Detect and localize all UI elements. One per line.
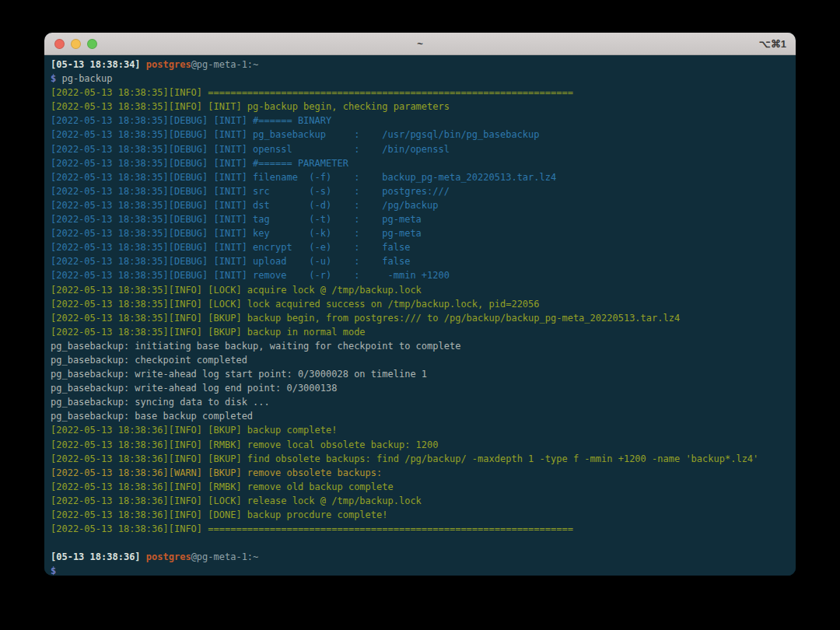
terminal-text-segment: $: [51, 565, 56, 576]
terminal-text-segment: [2022-05-13 18:38:35][INFO] [BKUP] backu…: [51, 313, 680, 324]
terminal-text-segment: [2022-05-13 18:38:36][INFO] [LOCK] relea…: [51, 495, 422, 506]
terminal-line: [2022-05-13 18:38:35][DEBUG] [INIT] dst …: [51, 198, 789, 212]
terminal-text-segment: [2022-05-13 18:38:35][DEBUG] [INIT] remo…: [51, 270, 450, 281]
terminal-line: [2022-05-13 18:38:35][DEBUG] [INIT] pg_b…: [51, 128, 789, 142]
terminal-line: [2022-05-13 18:38:35][DEBUG] [INIT] #===…: [51, 156, 789, 170]
terminal-line: [2022-05-13 18:38:35][DEBUG] [INIT] file…: [51, 170, 789, 184]
window-shortcut-badge: ⌥⌘1: [759, 38, 786, 50]
terminal-line: pg_basebackup: write-ahead log start poi…: [51, 367, 789, 381]
terminal-line: [2022-05-13 18:38:35][DEBUG] [INIT] remo…: [51, 268, 789, 282]
terminal-text-segment: [2022-05-13 18:38:35][INFO] [BKUP] backu…: [51, 327, 366, 338]
terminal-line: [05-13 18:38:36] postgres@pg-meta-1:~: [51, 550, 789, 564]
terminal-line: [2022-05-13 18:38:36][INFO] [RMBK] remov…: [51, 438, 789, 452]
terminal-line: [2022-05-13 18:38:35][INFO] [INIT] pg-ba…: [51, 100, 789, 114]
terminal-text-segment: [2022-05-13 18:38:36][WARN] [BKUP] remov…: [51, 467, 382, 478]
terminal-line: [2022-05-13 18:38:36][INFO] ============…: [51, 522, 789, 536]
terminal-line: [2022-05-13 18:38:35][INFO] ============…: [51, 86, 789, 100]
window-titlebar[interactable]: ~ ⌥⌘1: [44, 33, 796, 55]
terminal-text-segment: [2022-05-13 18:38:35][INFO] ============…: [51, 87, 573, 98]
terminal-text-segment: [2022-05-13 18:38:35][DEBUG] [INIT] uplo…: [51, 256, 410, 267]
terminal-line: pg_basebackup: base backup completed: [51, 409, 789, 423]
terminal-line: [2022-05-13 18:38:36][WARN] [BKUP] remov…: [51, 466, 789, 480]
terminal-text-segment: [2022-05-13 18:38:36][INFO] ============…: [51, 523, 573, 534]
terminal-text-segment: [05-13 18:38:36]: [51, 551, 146, 562]
terminal-line: [2022-05-13 18:38:35][INFO] [BKUP] backu…: [51, 311, 789, 325]
terminal-text-segment: [2022-05-13 18:38:36][INFO] [DONE] backu…: [51, 509, 387, 520]
terminal-output[interactable]: [05-13 18:38:34] postgres@pg-meta-1:~$ p…: [44, 55, 796, 576]
terminal-text-segment: postgres: [146, 551, 191, 562]
terminal-line: [2022-05-13 18:38:35][DEBUG] [INIT] uplo…: [51, 254, 789, 268]
terminal-line: [2022-05-13 18:38:35][DEBUG] [INIT] key …: [51, 226, 789, 240]
terminal-text-segment: [2022-05-13 18:38:35][DEBUG] [INIT] encr…: [51, 242, 410, 253]
terminal-text-segment: [2022-05-13 18:38:35][DEBUG] [INIT] #===…: [51, 158, 348, 169]
terminal-line: [2022-05-13 18:38:35][INFO] [LOCK] lock …: [51, 297, 789, 311]
terminal-line: [05-13 18:38:34] postgres@pg-meta-1:~: [51, 58, 789, 72]
terminal-text-segment: [2022-05-13 18:38:35][DEBUG] [INIT] src …: [51, 186, 450, 197]
terminal-text-segment: [2022-05-13 18:38:35][DEBUG] [INIT] pg_b…: [51, 129, 540, 140]
window-title: ~: [44, 38, 796, 50]
terminal-text-segment: pg_basebackup: checkpoint completed: [51, 355, 247, 366]
terminal-text-segment: [05-13 18:38:34]: [51, 59, 146, 70]
terminal-line: $: [51, 564, 789, 576]
terminal-line: pg_basebackup: syncing data to disk ...: [51, 395, 789, 409]
terminal-text-segment: pg_basebackup: write-ahead log end point…: [51, 383, 337, 394]
terminal-text-segment: $: [51, 73, 61, 84]
terminal-text-segment: @pg-meta-1:~: [191, 59, 259, 70]
terminal-line: [2022-05-13 18:38:36][INFO] [LOCK] relea…: [51, 494, 789, 508]
terminal-text-segment: [2022-05-13 18:38:35][DEBUG] [INIT] file…: [51, 172, 556, 183]
terminal-text-segment: [2022-05-13 18:38:35][DEBUG] [INIT] key …: [51, 228, 422, 239]
terminal-line: [2022-05-13 18:38:35][DEBUG] [INIT] #===…: [51, 114, 789, 128]
terminal-text-segment: [2022-05-13 18:38:35][INFO] [INIT] pg-ba…: [51, 101, 450, 112]
terminal-text-segment: [2022-05-13 18:38:35][DEBUG] [INIT] open…: [51, 144, 450, 155]
terminal-text-segment: pg_basebackup: initiating base backup, w…: [51, 341, 460, 352]
terminal-text-segment: [2022-05-13 18:38:35][INFO] [LOCK] lock …: [51, 299, 540, 310]
terminal-text-segment: [2022-05-13 18:38:35][DEBUG] [INIT] dst …: [51, 200, 439, 211]
terminal-text-segment: pg-backup: [61, 73, 112, 84]
terminal-line: [2022-05-13 18:38:36][INFO] [BKUP] find …: [51, 452, 789, 466]
terminal-line: [51, 536, 789, 550]
terminal-text-segment: [2022-05-13 18:38:36][INFO] [BKUP] find …: [51, 453, 758, 464]
terminal-text-segment: [2022-05-13 18:38:36][INFO] [BKUP] backu…: [51, 425, 337, 436]
terminal-line: pg_basebackup: checkpoint completed: [51, 353, 789, 367]
terminal-line: [2022-05-13 18:38:36][INFO] [DONE] backu…: [51, 508, 789, 522]
terminal-text-segment: [2022-05-13 18:38:36][INFO] [RMBK] remov…: [51, 481, 394, 492]
terminal-line: [2022-05-13 18:38:36][INFO] [RMBK] remov…: [51, 480, 789, 494]
terminal-line: [2022-05-13 18:38:35][DEBUG] [INIT] tag …: [51, 212, 789, 226]
terminal-text-segment: pg_basebackup: base backup completed: [51, 411, 253, 422]
terminal-line: [2022-05-13 18:38:35][DEBUG] [INIT] open…: [51, 142, 789, 156]
terminal-text-segment: @pg-meta-1:~: [191, 551, 259, 562]
terminal-text-segment: [2022-05-13 18:38:35][DEBUG] [INIT] tag …: [51, 214, 422, 225]
terminal-text-segment: postgres: [146, 59, 191, 70]
terminal-line: [2022-05-13 18:38:36][INFO] [BKUP] backu…: [51, 423, 789, 437]
terminal-text-segment: [2022-05-13 18:38:35][DEBUG] [INIT] #===…: [51, 115, 331, 126]
terminal-line: pg_basebackup: write-ahead log end point…: [51, 381, 789, 395]
terminal-line: $ pg-backup: [51, 72, 789, 86]
terminal-line: [2022-05-13 18:38:35][INFO] [BKUP] backu…: [51, 325, 789, 339]
terminal-line: [2022-05-13 18:38:35][DEBUG] [INIT] encr…: [51, 240, 789, 254]
terminal-line: [2022-05-13 18:38:35][INFO] [LOCK] acqui…: [51, 283, 789, 297]
terminal-text-segment: [2022-05-13 18:38:35][INFO] [LOCK] acqui…: [51, 285, 422, 296]
terminal-text-segment: [2022-05-13 18:38:36][INFO] [RMBK] remov…: [51, 439, 439, 450]
terminal-window: ~ ⌥⌘1 [05-13 18:38:34] postgres@pg-meta-…: [44, 33, 796, 576]
terminal-line: pg_basebackup: initiating base backup, w…: [51, 339, 789, 353]
terminal-line: [2022-05-13 18:38:35][DEBUG] [INIT] src …: [51, 184, 789, 198]
terminal-text-segment: pg_basebackup: syncing data to disk ...: [51, 397, 270, 408]
terminal-text-segment: pg_basebackup: write-ahead log start poi…: [51, 369, 427, 380]
